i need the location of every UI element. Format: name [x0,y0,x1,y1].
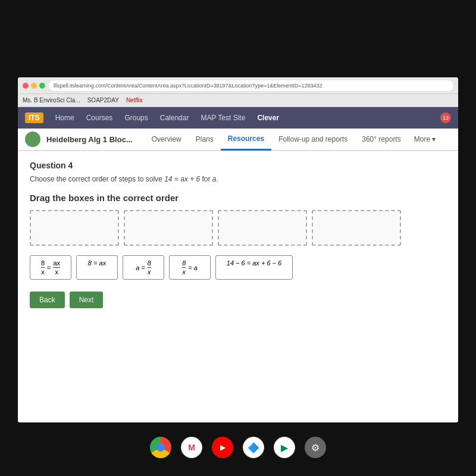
nav-map-test[interactable]: MAP Test Site [201,114,245,122]
course-logo [25,131,40,147]
tab-360[interactable]: 360° reports [355,128,408,151]
next-button[interactable]: Next [70,292,104,308]
fraction-4: 8 x [182,259,186,275]
fraction-2: ax x [53,259,60,275]
drop-zone-2[interactable] [124,210,213,246]
nav-home[interactable]: Home [55,114,74,122]
bookmark-3[interactable]: Netflix [126,97,143,104]
address-text: lllspell.itslearning.com/ContentArea/Con… [54,83,322,89]
bookmark-2[interactable]: SOAP2DAY [87,97,119,104]
nav-groups[interactable]: Groups [124,114,148,122]
tab-overview[interactable]: Overview [145,128,189,151]
bookmarks-bar: Ms. B EnviroSci Cla... SOAP2DAY Netflix [18,94,458,107]
nav-right: 13 [440,112,451,123]
youtube-icon[interactable]: ▶ [212,437,233,458]
nav-calendar[interactable]: Calendar [160,114,189,122]
drag-item-5[interactable]: 14 − 6 = ax + 6 − 6 [215,255,293,280]
back-button[interactable]: Back [30,292,65,308]
drag-item-1[interactable]: 8 x = ax x [30,255,71,280]
tab-resources[interactable]: Resources [221,128,271,151]
address-bar[interactable]: lllspell.itslearning.com/ContentArea/Con… [49,80,453,91]
fraction-1: 8 x [41,259,45,275]
tab-followup[interactable]: Follow-up and reports [271,128,355,151]
chevron-down-icon: ▾ [432,135,436,143]
drag-item-3[interactable]: a = 8 x [123,255,164,280]
drag-items: 8 x = ax x 8 = ax a = [30,255,446,280]
its-nav: ITS Home Courses Groups Calendar MAP Tes… [18,107,458,129]
drop-zones [30,210,446,246]
course-title: Heidelberg Alg 1 Bloc... [46,135,133,144]
question-label: Question 4 [30,161,446,170]
gplay-icon[interactable]: ▶ [274,437,295,458]
more-label: More [414,135,430,143]
drag-instruction: Drag the boxes in the correct order [30,193,446,203]
tab-plans[interactable]: Plans [189,128,221,151]
close-dot[interactable] [23,83,29,89]
more-menu[interactable]: More ▾ [408,130,441,148]
drag-item-4[interactable]: 8 x = a [169,255,211,280]
nav-courses[interactable]: Courses [86,114,113,122]
gmail-icon[interactable]: M [181,437,202,458]
browser-bar: lllspell.itslearning.com/ContentArea/Con… [18,77,458,94]
bookmark-1[interactable]: Ms. B EnviroSci Cla... [23,97,80,104]
chrome-icon[interactable] [150,437,171,458]
minimize-dot[interactable] [31,83,37,89]
its-logo: ITS [25,112,43,123]
course-nav: Heidelberg Alg 1 Bloc... Overview Plans … [18,129,458,151]
settings-icon[interactable]: ⚙ [305,437,326,458]
main-content: Question 4 Choose the correct order of s… [18,151,458,422]
taskbar: M ▶ 🔷 ▶ ⚙ [150,437,326,458]
drag-item-2-label: 8 = ax [88,259,106,267]
notification-badge[interactable]: 13 [440,112,451,123]
gdrive-icon[interactable]: 🔷 [243,437,264,458]
maximize-dot[interactable] [39,83,45,89]
drag-item-5-label: 14 − 6 = ax + 6 − 6 [227,259,281,267]
drag-item-2[interactable]: 8 = ax [76,255,118,280]
button-row: Back Next [30,292,446,308]
browser-window: lllspell.itslearning.com/ContentArea/Con… [18,77,458,422]
drop-zone-3[interactable] [218,210,307,246]
nav-clever[interactable]: Clever [257,114,279,122]
fraction-3: 8 x [148,259,151,275]
browser-controls [23,83,45,89]
question-text: Choose the correct order of steps to sol… [30,175,446,183]
drop-zone-4[interactable] [312,210,401,246]
drop-zone-1[interactable] [30,210,119,246]
